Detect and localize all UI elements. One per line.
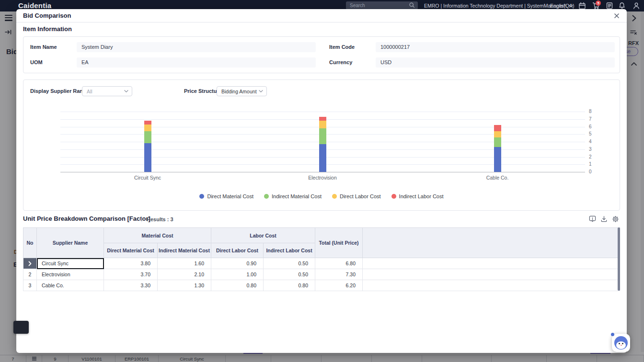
col-header-direct-material[interactable]: Direct Material Cost xyxy=(104,243,158,258)
assistant-avatar xyxy=(614,336,628,350)
download-icon[interactable] xyxy=(600,215,608,225)
table-row[interactable]: 3Cable Co.3.301.300.800.806.20 xyxy=(23,280,620,291)
y-axis-tick: 8 xyxy=(589,109,599,114)
col-group-labor: Labor Cost xyxy=(211,228,315,243)
x-axis-category-label: Circuit Sync xyxy=(114,175,181,181)
col-header-filler xyxy=(363,228,620,258)
supplier-name-cell[interactable]: Circuit Sync xyxy=(37,258,104,269)
bar-segment xyxy=(319,144,326,172)
table-scrollbar[interactable] xyxy=(618,227,620,291)
cost-value-cell: 3.70 xyxy=(104,269,158,280)
chevron-down-icon xyxy=(124,90,128,93)
gear-icon[interactable] xyxy=(612,215,619,225)
breakdown-table: No Supplier Name Material Cost Labor Cos… xyxy=(23,227,620,291)
uom-label: UOM xyxy=(30,59,43,65)
x-axis-line xyxy=(60,172,585,172)
divider: | xyxy=(141,215,142,222)
stacked-bar[interactable] xyxy=(319,117,326,172)
currency-label: Currency xyxy=(329,59,352,65)
filler-cell xyxy=(363,258,620,269)
cost-value-cell: 7.30 xyxy=(315,269,363,280)
modal-header: Bid Comparison xyxy=(16,9,627,23)
cost-value-cell: 0.80 xyxy=(264,280,315,291)
user-icon[interactable] xyxy=(632,2,640,10)
y-axis-tick: 1 xyxy=(589,161,599,167)
cart-badge: 5 xyxy=(596,0,601,6)
bar-segment xyxy=(144,124,151,131)
col-header-direct-labor[interactable]: Direct Labor Cost xyxy=(211,243,264,258)
chat-assistant-button[interactable] xyxy=(612,334,630,352)
chart-legend: Direct Material CostIndirect Material Co… xyxy=(23,193,620,199)
bell-icon[interactable] xyxy=(618,2,626,10)
table-row[interactable]: 2Electrovision3.702.101.000.507.30 xyxy=(23,269,620,280)
bar-segment xyxy=(144,131,151,143)
chart-plot xyxy=(60,112,585,172)
row-number[interactable]: 2 xyxy=(23,269,37,280)
stacked-bar[interactable] xyxy=(494,125,501,172)
y-axis-tick: 4 xyxy=(589,139,599,144)
legend-label: Indirect Labor Cost xyxy=(399,193,444,199)
supplier-name-cell[interactable]: Electrovision xyxy=(37,269,104,280)
selected-row-chevron-icon[interactable] xyxy=(23,258,37,269)
legend-item[interactable]: Indirect Material Cost xyxy=(264,193,322,199)
legend-item[interactable]: Indirect Labor Cost xyxy=(391,193,444,199)
app-logo[interactable]: Caidentia xyxy=(18,1,51,10)
legend-label: Direct Labor Cost xyxy=(340,193,381,199)
y-axis-tick: 2 xyxy=(589,154,599,159)
row-number[interactable]: 3 xyxy=(23,280,37,291)
chevron-down-icon xyxy=(259,90,263,93)
price-structure-dropdown[interactable]: Bidding Amount xyxy=(217,86,267,96)
legend-dot xyxy=(264,194,269,199)
item-name-label: Item Name xyxy=(30,44,57,50)
cost-value-cell: 0.50 xyxy=(264,269,315,280)
supplier-name-cell[interactable]: Cable Co. xyxy=(37,280,104,291)
y-axis-tick: 6 xyxy=(589,124,599,129)
item-code-label: Item Code xyxy=(329,44,355,50)
bar-segment xyxy=(319,117,326,121)
search-box[interactable]: Search xyxy=(346,1,418,10)
col-header-indirect-labor[interactable]: Indirect Labor Cost xyxy=(264,243,315,258)
bar-segment xyxy=(144,143,151,172)
item-code-value: 1000000217 xyxy=(376,42,615,52)
table-row[interactable]: Circuit Sync3.801.600.900.506.80 xyxy=(23,258,620,269)
bar-segment xyxy=(319,128,326,144)
search-icon xyxy=(409,1,418,10)
legend-label: Direct Material Cost xyxy=(207,193,253,199)
screen: Caidentia Search EMRO | Information Tech… xyxy=(0,0,644,362)
col-header-no[interactable]: No xyxy=(23,228,37,258)
legend-item[interactable]: Direct Material Cost xyxy=(199,193,253,199)
item-information-panel: Item Name System Diary Item Code 1000000… xyxy=(23,36,620,73)
bid-chart-panel: Display Supplier Ranking All Price Struc… xyxy=(23,79,620,211)
breakdown-table-body: Circuit Sync3.801.600.900.506.802Electro… xyxy=(23,258,620,291)
cost-value-cell: 2.10 xyxy=(158,269,211,280)
cost-value-cell: 3.80 xyxy=(104,258,158,269)
y-axis-tick: 7 xyxy=(589,116,599,122)
col-header-supplier[interactable]: Supplier Name xyxy=(37,228,104,258)
y-axis-tick: 5 xyxy=(589,131,599,136)
stacked-bar[interactable] xyxy=(144,121,151,172)
bar-segment xyxy=(319,121,326,128)
bar-segment xyxy=(494,147,501,172)
item-name-value: System Diary xyxy=(77,42,316,52)
search-input[interactable]: Search xyxy=(346,3,409,8)
memo-icon[interactable] xyxy=(606,2,613,10)
filler-cell xyxy=(363,280,620,291)
legend-item[interactable]: Direct Labor Cost xyxy=(332,193,381,199)
breakdown-header: Unit Price Breakdown Comparison [Factor]… xyxy=(23,215,620,225)
floating-fragment xyxy=(13,321,29,334)
supplier-ranking-dropdown[interactable]: All xyxy=(82,86,132,96)
col-header-indirect-material[interactable]: Indirect Material Cost xyxy=(158,243,211,258)
close-icon[interactable] xyxy=(612,11,621,20)
cost-value-cell: 0.50 xyxy=(264,258,315,269)
tooltip-info-icon[interactable] xyxy=(589,215,596,225)
col-group-material: Material Cost xyxy=(104,228,211,243)
cost-value-cell: 1.30 xyxy=(158,280,211,291)
calendar-icon[interactable] xyxy=(578,2,586,10)
uom-value: EA xyxy=(77,57,316,68)
y-axis-tick: 3 xyxy=(589,147,599,152)
col-header-total[interactable]: Total (Unit Price) xyxy=(315,228,363,258)
legend-dot xyxy=(332,194,337,199)
x-axis-category-label: Electrovision xyxy=(289,175,356,181)
legend-dot xyxy=(199,194,204,199)
cost-value-cell: 3.30 xyxy=(104,280,158,291)
